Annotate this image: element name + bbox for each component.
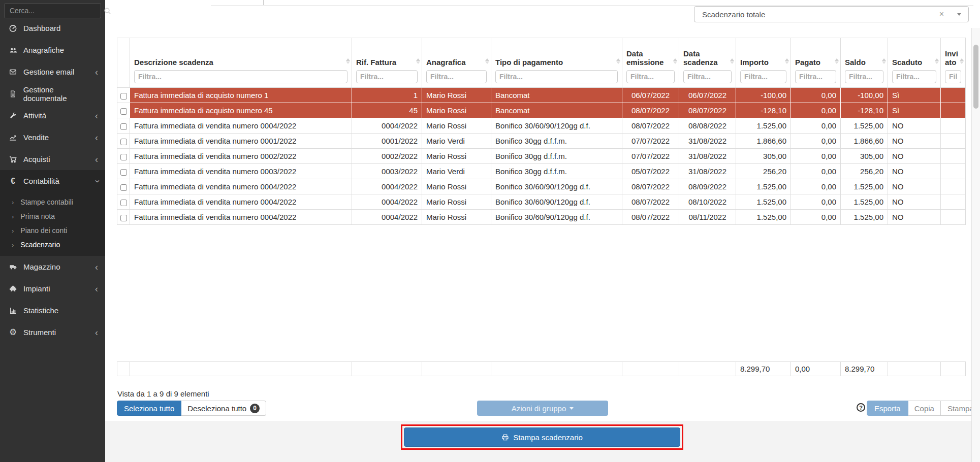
sidebar-item-vendite[interactable]: Vendite ‹: [0, 126, 105, 148]
chevron-right-icon: ›: [12, 227, 14, 235]
clear-icon[interactable]: ×: [938, 10, 945, 18]
chevron-right-icon: ›: [12, 241, 14, 249]
row-checkbox[interactable]: [120, 93, 127, 100]
header-pagato[interactable]: Pagato: [791, 38, 841, 88]
row-select-cell[interactable]: [117, 164, 130, 179]
row-select-cell[interactable]: [117, 118, 130, 134]
row-checkbox[interactable]: [120, 200, 127, 206]
group-actions-button[interactable]: Azioni di gruppo: [477, 401, 608, 416]
filter-input-inviato[interactable]: [945, 70, 961, 83]
header-data-emissione[interactable]: Data emissione: [622, 38, 679, 88]
export-button[interactable]: Esporta: [867, 401, 908, 416]
search-icon[interactable]: [104, 7, 111, 15]
filter-input-importo[interactable]: [740, 70, 786, 83]
header-data-scadenza[interactable]: Data scadenza: [679, 38, 736, 88]
sidebar-item-magazzino[interactable]: Magazzino ‹: [0, 256, 105, 278]
filter-input-rif-fattura[interactable]: [356, 70, 418, 83]
sidebar-item-attivita[interactable]: Attività ‹: [0, 105, 105, 126]
sidebar-item-acquisti[interactable]: Acquisti ‹: [0, 148, 105, 170]
row-checkbox[interactable]: [120, 139, 127, 145]
cell-data-scadenza: 08/08/2022: [679, 118, 736, 134]
scrollbar-thumb[interactable]: [973, 45, 978, 109]
export-button-group: Esporta Copia Stampa: [867, 401, 980, 416]
filter-input-saldo[interactable]: [845, 70, 883, 83]
chevron-down-icon[interactable]: [957, 13, 961, 16]
sidebar-item-stampe-contabili[interactable]: › Stampe contabili: [0, 195, 105, 209]
cell-data-scadenza: 31/08/2022: [679, 134, 736, 149]
row-select-cell[interactable]: [117, 149, 130, 164]
sidebar-item-piano-dei-conti[interactable]: › Piano dei conti: [0, 223, 105, 238]
sidebar-item-dashboard[interactable]: Dashboard: [0, 17, 105, 39]
row-select-cell[interactable]: [117, 88, 130, 103]
header-anagrafica[interactable]: Anagrafica: [422, 38, 491, 88]
table-row[interactable]: Fattura immediata di vendita numero 0002…: [117, 149, 966, 164]
sidebar-item-contabilita[interactable]: € Contabilità ‹: [0, 170, 105, 192]
header-inviato[interactable]: Inviato: [941, 38, 966, 88]
table-row[interactable]: Fattura immediata di acquisto numero 45 …: [117, 103, 966, 118]
gauge-icon: [8, 24, 18, 32]
filter-input-pagato[interactable]: [795, 70, 836, 83]
row-select-cell[interactable]: [117, 210, 130, 225]
selection-count-badge: 0: [250, 404, 260, 413]
sidebar-item-gestione-email[interactable]: Gestione email ‹: [0, 61, 105, 83]
sidebar-item-gestione-documentale[interactable]: Gestione documentale: [0, 83, 105, 105]
sidebar-item-impianti[interactable]: Impianti ‹: [0, 278, 105, 300]
row-checkbox[interactable]: [120, 215, 127, 221]
filter-input-data-emissione[interactable]: [626, 70, 675, 83]
sidebar-item-anagrafiche[interactable]: Anagrafiche: [0, 39, 105, 61]
header-scaduto[interactable]: Scaduto: [888, 38, 941, 88]
header-importo[interactable]: Importo: [736, 38, 791, 88]
header-saldo[interactable]: Saldo: [841, 38, 888, 88]
cell-scaduto: Sì: [888, 103, 941, 118]
row-checkbox[interactable]: [120, 108, 127, 115]
cell-anagrafica: Mario Rossi: [422, 194, 491, 210]
deselect-all-button[interactable]: Deseleziona tutto 0: [181, 401, 266, 416]
scrollbar[interactable]: [971, 28, 980, 462]
sidebar-item-statistiche[interactable]: Statistiche: [0, 300, 105, 321]
table-row[interactable]: Fattura immediata di vendita numero 0004…: [117, 210, 966, 225]
copy-button[interactable]: Copia: [908, 401, 941, 416]
filter-input-data-scadenza[interactable]: [683, 70, 732, 83]
table-row[interactable]: Fattura immediata di vendita numero 0003…: [117, 164, 966, 179]
row-select-cell[interactable]: [117, 134, 130, 149]
cell-anagrafica: Mario Rossi: [422, 210, 491, 225]
filter-input-tipo-pagamento[interactable]: [495, 70, 618, 83]
row-checkbox[interactable]: [120, 169, 127, 176]
sidebar-item-label: Gestione email: [23, 68, 74, 76]
puzzle-icon: [8, 285, 18, 293]
table-row[interactable]: Fattura immediata di vendita numero 0004…: [117, 179, 966, 194]
help-icon[interactable]: ?: [857, 403, 865, 412]
table-row[interactable]: Fattura immediata di acquisto numero 1 1…: [117, 88, 966, 103]
sidebar-item-prima-nota[interactable]: › Prima nota: [0, 209, 105, 223]
cell-descrizione: Fattura immediata di acquisto numero 45: [130, 103, 352, 118]
search-input[interactable]: [5, 7, 104, 15]
view-select-value: Scadenzario totale: [702, 10, 765, 19]
view-select[interactable]: Scadenzario totale ×: [694, 6, 969, 22]
filter-input-scaduto[interactable]: [892, 70, 936, 83]
row-select-cell[interactable]: [117, 103, 130, 118]
cell-anagrafica: Mario Rossi: [422, 118, 491, 134]
row-checkbox[interactable]: [120, 154, 127, 160]
cell-rif-fattura: 0002/2022: [352, 149, 422, 164]
header-tipo-di-pagamento[interactable]: Tipo di pagamento: [491, 38, 622, 88]
sort-icon: [730, 58, 734, 64]
sidebar-item-strumenti[interactable]: ⚙ Strumenti ‹: [0, 321, 105, 343]
table-row[interactable]: Fattura immediata di vendita numero 0004…: [117, 194, 966, 210]
cell-data-scadenza: 06/07/2022: [679, 88, 736, 103]
sidebar-item-scadenzario[interactable]: › Scadenzario: [0, 238, 105, 252]
row-checkbox[interactable]: [120, 123, 127, 130]
print-schedule-button[interactable]: Stampa scadenzario: [404, 427, 680, 447]
table-row[interactable]: Fattura immediata di vendita numero 0001…: [117, 134, 966, 149]
row-select-cell[interactable]: [117, 194, 130, 210]
row-checkbox[interactable]: [120, 184, 127, 191]
header-rif-fattura[interactable]: Rif. Fattura: [352, 38, 422, 88]
select-all-button[interactable]: Seleziona tutto: [117, 401, 181, 416]
sidebar-item-label: Dashboard: [23, 24, 60, 32]
cell-pagato: 0,00: [791, 194, 841, 210]
header-descrizione-scadenza[interactable]: Descrizione scadenza: [130, 38, 352, 88]
filter-input-descrizione[interactable]: [134, 70, 347, 83]
table-row[interactable]: Fattura immediata di vendita numero 0004…: [117, 118, 966, 134]
gear-icon: ⚙: [8, 328, 18, 337]
row-select-cell[interactable]: [117, 179, 130, 194]
filter-input-anagrafica[interactable]: [426, 70, 487, 83]
